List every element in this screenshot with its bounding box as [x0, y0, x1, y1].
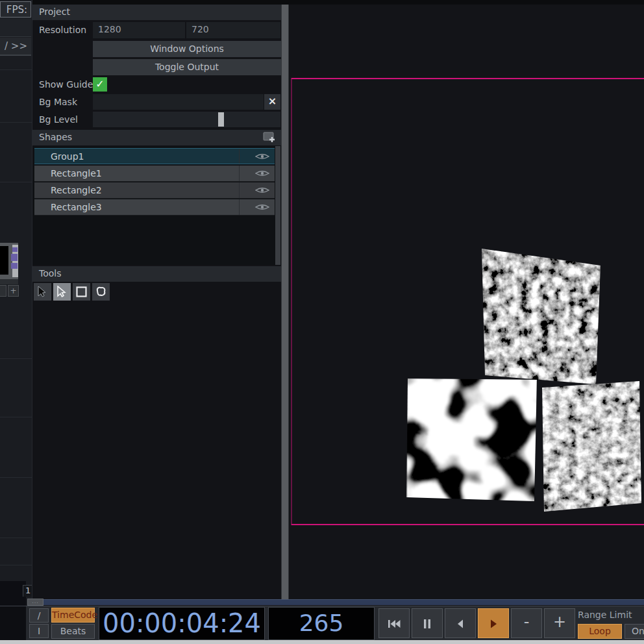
- window-options-button[interactable]: Window Options: [93, 41, 281, 57]
- guide-line-top: [291, 78, 644, 79]
- visibility-eye-icon[interactable]: [255, 186, 269, 194]
- shape-row-rectangle2[interactable]: Rectangle2: [34, 182, 275, 199]
- mapping-canvas[interactable]: [290, 5, 644, 600]
- left-sidebar: FPS: / >> +: [0, 0, 32, 644]
- divider: [0, 538, 32, 538]
- bg-level-slider[interactable]: [93, 112, 280, 127]
- node-footer: [0, 279, 18, 284]
- rectangle-icon: [75, 286, 88, 298]
- transport-bar: / I TimeCode Beats 00:00:04:24 265: [0, 606, 644, 640]
- tools-header: Tools: [32, 266, 281, 282]
- divider: [0, 182, 32, 182]
- shape-row-rectangle1[interactable]: Rectangle1: [34, 166, 275, 182]
- skip-to-start-button[interactable]: [378, 608, 410, 638]
- tool-select-button[interactable]: [34, 283, 51, 301]
- node-port-icon[interactable]: [11, 254, 18, 261]
- play-button[interactable]: [478, 608, 509, 638]
- visibility-eye-icon[interactable]: [255, 153, 269, 160]
- visibility-eye-icon[interactable]: [255, 203, 269, 211]
- divider: [0, 477, 32, 478]
- transport-left-spacer: [0, 606, 26, 641]
- window-bottom-edge: [0, 640, 644, 644]
- divider: [0, 122, 32, 123]
- toggle-output-button[interactable]: Toggle Output: [93, 59, 281, 75]
- timeline-handle[interactable]: ...: [27, 599, 43, 606]
- node-port-icon[interactable]: [11, 263, 18, 269]
- fps-label: FPS:: [0, 1, 31, 18]
- sidebar-expander[interactable]: / >>: [0, 38, 31, 56]
- bg-mask-clear-button[interactable]: ×: [264, 94, 280, 110]
- divider: [0, 565, 32, 565]
- top-strip: [32, 0, 644, 5]
- beats-mode-button[interactable]: Beats: [51, 624, 95, 639]
- bg-level-slider-handle[interactable]: [218, 112, 224, 127]
- shape-row-rectangle3[interactable]: Rectangle3: [34, 199, 275, 216]
- loop-button[interactable]: Loop: [578, 624, 622, 639]
- node-thumbnail[interactable]: [0, 243, 18, 280]
- project-header: Project: [32, 5, 281, 20]
- add-shape-icon[interactable]: [263, 131, 276, 143]
- shapes-header: Shapes: [32, 130, 281, 145]
- pause-icon: [423, 619, 432, 629]
- show-guide-label: Show Guide: [39, 79, 93, 90]
- bg-level-label: Bg Level: [39, 114, 78, 125]
- speed-plus-button[interactable]: +: [544, 608, 575, 638]
- guide-line-left: [291, 78, 292, 525]
- tool-freeform-button[interactable]: [92, 283, 110, 301]
- pause-button[interactable]: [412, 608, 443, 638]
- once-button[interactable]: Once: [625, 624, 644, 639]
- visibility-eye-icon[interactable]: [255, 169, 269, 177]
- frame-counter-display: 265: [268, 607, 375, 640]
- node-button[interactable]: [0, 285, 6, 297]
- range-limit-label: Range Limit: [578, 610, 632, 620]
- divider: [0, 69, 32, 70]
- resolution-height-field[interactable]: 720: [186, 22, 280, 38]
- blob-quad-left[interactable]: [406, 378, 538, 503]
- noise-quad-right[interactable]: [542, 380, 642, 513]
- resolution-width-field[interactable]: 1280: [93, 22, 185, 38]
- sidebar-row: [0, 18, 31, 37]
- cursor-outline-icon: [56, 286, 68, 298]
- divider: [0, 358, 32, 359]
- resolution-label: Resolution: [39, 25, 86, 35]
- speed-minus-button[interactable]: -: [511, 608, 542, 638]
- bg-mask-field[interactable]: [93, 94, 264, 110]
- node-add-button[interactable]: +: [8, 285, 19, 297]
- timeline-track-number: 1: [23, 585, 32, 597]
- i-mode-button[interactable]: I: [29, 624, 49, 638]
- step-back-button[interactable]: [445, 608, 476, 638]
- panel-splitter[interactable]: [281, 5, 289, 600]
- project-panel: Project Resolution 1280 720 Window Optio…: [32, 5, 281, 600]
- play-icon: [489, 619, 498, 629]
- node-thumbnail-image: [0, 246, 8, 275]
- node-port-icon[interactable]: [12, 247, 18, 252]
- shape-row-group1[interactable]: Group1: [34, 148, 275, 164]
- shape-list-scrollbar[interactable]: [275, 146, 280, 265]
- divider: [0, 417, 32, 417]
- slash-mode-button[interactable]: /: [29, 608, 49, 623]
- timeline-scrollbar[interactable]: [43, 599, 644, 605]
- cursor-filled-icon: [36, 286, 49, 298]
- timecode-display: 00:00:04:24: [99, 607, 265, 640]
- timecode-mode-button[interactable]: TimeCode: [51, 608, 95, 623]
- bg-mask-label: Bg Mask: [39, 97, 77, 107]
- noise-quad-top[interactable]: [480, 247, 602, 386]
- guide-line-bottom: [291, 524, 644, 525]
- tool-rectangle-button[interactable]: [73, 283, 90, 301]
- tool-select-outline-button[interactable]: [53, 283, 71, 301]
- step-back-icon: [456, 619, 465, 629]
- show-guide-checkbox[interactable]: ✓: [93, 77, 107, 92]
- freeform-shape-icon: [95, 286, 107, 298]
- skip-start-icon: [387, 619, 401, 629]
- app-window: FPS: / >> + Project Resolution 1280 720 …: [0, 0, 644, 644]
